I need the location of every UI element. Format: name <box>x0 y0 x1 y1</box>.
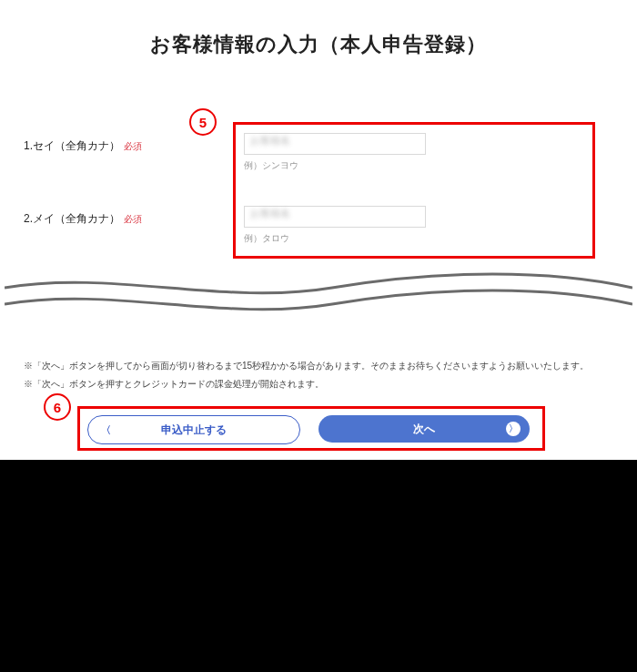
mei-input[interactable]: お客様名 <box>244 206 426 228</box>
field2-label: 2.メイ（全角カナ）必須 <box>24 211 142 227</box>
chevron-right-icon: 〉 <box>506 422 521 436</box>
mei-example: 例）タロウ <box>244 232 289 245</box>
cancel-button-label: 申込中止する <box>161 423 227 438</box>
callout-5: 5 <box>189 108 217 136</box>
next-button[interactable]: 次へ 〉 <box>318 415 530 443</box>
required-badge: 必須 <box>124 141 142 151</box>
note-line-1: ※「次へ」ボタンを押してから画面が切り替わるまで15秒程かかる場合があります。そ… <box>24 359 589 372</box>
bottom-black-region <box>0 460 637 672</box>
page-title: お客様情報の入力（本人申告登録） <box>0 31 637 58</box>
cancel-button[interactable]: 〈 申込中止する <box>87 415 300 444</box>
required-badge: 必須 <box>124 214 142 224</box>
sei-input[interactable]: お客様名 <box>244 133 426 155</box>
sei-input-placeholder: お客様名 <box>250 135 290 146</box>
mei-input-placeholder: お客様名 <box>250 208 290 219</box>
sei-example: 例）シンヨウ <box>244 159 298 172</box>
callout-6: 6 <box>44 393 71 421</box>
next-button-label: 次へ <box>413 422 435 437</box>
note-line-2: ※「次へ」ボタンを押すとクレジットカードの課金処理が開始されます。 <box>24 377 324 391</box>
wave-separator <box>5 268 632 322</box>
chevron-left-icon: 〈 <box>101 423 111 437</box>
field1-label: 1.セイ（全角カナ）必須 <box>24 138 142 154</box>
